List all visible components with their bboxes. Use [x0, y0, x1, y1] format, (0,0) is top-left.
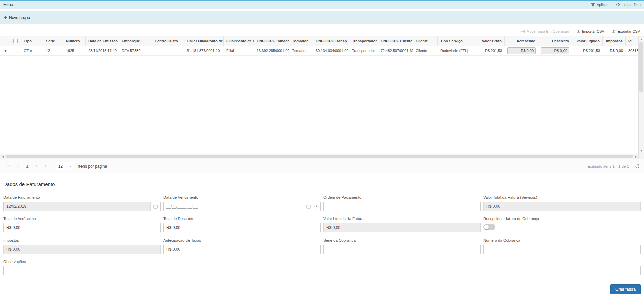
move-to-operation-button[interactable]: Mover para Em Operação [521, 29, 569, 33]
pager-prev-button[interactable] [14, 162, 22, 171]
column-header-label: Filial/Ponto de O... [226, 39, 254, 43]
data-vencimento-label: Data de Vencimento [163, 195, 198, 199]
recepcionar-fatura-label: Recepcionar fatura de Cobrança [483, 217, 539, 221]
column-header-expand [0, 36, 10, 46]
cell-cnpj_cliente: 72.482.507/0001-30 [378, 46, 413, 56]
calendar-icon[interactable] [304, 202, 312, 211]
column-header-tomador[interactable]: Tomador [289, 36, 313, 46]
column-header-label: Tipo Serviço [440, 39, 463, 43]
column-header-tipo[interactable]: Tipo [21, 36, 43, 46]
row-checkbox[interactable] [14, 49, 18, 53]
data-faturamento-input[interactable] [4, 202, 150, 211]
serie-cobranca-label: Série da Cobrança [323, 238, 356, 242]
column-header-cnpj_transp[interactable]: CNPJ/CPF Transp... [313, 36, 349, 46]
column-header-numero[interactable]: Número [63, 36, 86, 46]
scroll-right-icon[interactable] [633, 154, 638, 159]
table-row[interactable]: CT-e12192528/11/2018 17:40DEV.5735961.18… [0, 46, 638, 56]
column-header-id[interactable]: Id [626, 36, 638, 46]
criar-fatura-button[interactable]: Criar fatura [610, 284, 641, 294]
desconto-edit-input[interactable]: R$ 0,00 [541, 47, 569, 54]
cell-acrescimo[interactable]: R$ 0,00 [505, 46, 538, 56]
valor-liquido-fatura-input[interactable] [323, 223, 481, 232]
recepcionar-toggle[interactable] [483, 224, 495, 230]
horizontal-scrollbar[interactable] [0, 154, 638, 159]
acrescimo-edit-input[interactable]: R$ 0,00 [507, 47, 536, 54]
column-header-cnpj_filial[interactable]: CNPJ Filial/Ponto de ... [184, 36, 224, 46]
page-size-select[interactable]: 12 [56, 162, 74, 170]
impostos-input[interactable] [3, 245, 161, 254]
pager-next-button[interactable] [32, 162, 41, 171]
antecipacao-taxas-input[interactable] [163, 245, 321, 254]
column-header-tipo_servico[interactable]: Tipo Serviço [438, 36, 479, 46]
select-all-checkbox[interactable] [13, 39, 18, 43]
column-header-data_emissao[interactable]: Data de Emissão [86, 36, 119, 46]
horizontal-scroll-row [0, 154, 644, 159]
column-header-cliente[interactable]: Cliente [413, 36, 438, 46]
column-header-transportador[interactable]: Transportador [349, 36, 378, 46]
column-header-serie[interactable]: Série [43, 36, 63, 46]
field-impostos: Impostos [3, 238, 161, 254]
import-csv-button[interactable]: Importar CSV [576, 29, 604, 33]
expand-row-button[interactable] [0, 46, 10, 56]
column-header-centro_custo[interactable]: Centro Custo [152, 36, 184, 46]
scroll-down-icon[interactable] [639, 148, 644, 153]
pager-last-button[interactable] [42, 162, 50, 171]
filters-actions: Aplicar Limpar filtro [591, 3, 641, 7]
vertical-scrollbar[interactable] [638, 36, 644, 154]
numero-cobranca-input[interactable] [483, 245, 641, 254]
impostos-label: Impostos [3, 238, 19, 242]
serie-cobranca-input[interactable] [323, 245, 481, 254]
data-faturamento-picker [3, 202, 161, 211]
column-header-label: Cliente [416, 39, 428, 43]
total-acrescimo-input[interactable] [3, 223, 161, 232]
apply-filter-button[interactable]: Aplicar [591, 3, 608, 7]
column-header-cnpj_tomador[interactable]: CNPJ/CPF Tomador [254, 36, 289, 46]
total-desconto-input[interactable] [163, 223, 321, 232]
new-group-label: Novo grupo [9, 15, 30, 20]
eraser-icon [615, 3, 620, 7]
field-antecipacao-taxas: Antecipação de Taxas [163, 238, 321, 254]
column-header-cnpj_cliente[interactable]: CNPJ/CPF Cliente [378, 36, 413, 46]
data-vencimento-input[interactable] [164, 202, 304, 211]
column-header-label: Tipo [24, 39, 32, 43]
cell-desconto[interactable]: R$ 0,00 [538, 46, 572, 56]
column-header-label: Transportador [352, 39, 377, 43]
column-header-label: Embarque [122, 39, 140, 43]
column-header-valor_liquido[interactable]: Valor Líquido [572, 36, 603, 46]
cell-transportador: Transportador [349, 46, 378, 56]
column-header-impostos[interactable]: Impostos [603, 36, 626, 46]
ordem-pagamento-label: Ordem de Pagamento [323, 195, 361, 199]
ordem-pagamento-input[interactable] [323, 202, 481, 211]
total-acrescimo-label: Total de Acréscimo [3, 217, 36, 221]
field-data-vencimento: Data de Vencimento [163, 195, 321, 211]
column-header-acrescimo[interactable]: Acréscimo [505, 36, 538, 46]
column-header-label: CNPJ/CPF Tomador [257, 39, 289, 43]
valor-total-fatura-input[interactable] [483, 202, 641, 211]
cell-select[interactable] [10, 46, 21, 56]
cell-valor_liquido: R$ 201,53 [572, 46, 603, 56]
column-header-label: Desconto [552, 39, 569, 43]
pager-page-1[interactable]: 1 [24, 162, 31, 170]
vertical-scrollbar-thumb[interactable] [639, 42, 643, 92]
refresh-icon[interactable] [635, 164, 640, 169]
cell-data_emissao: 28/11/2018 17:40 [86, 46, 119, 56]
column-header-filial[interactable]: Filial/Ponto de O... [224, 36, 254, 46]
scroll-up-icon[interactable] [639, 37, 644, 42]
clock-icon[interactable] [312, 202, 320, 211]
clear-filter-button[interactable]: Limpar filtro [615, 3, 641, 7]
grid-header-row: TipoSérieNúmeroData de EmissãoEmbarqueCe… [0, 36, 638, 46]
observacoes-input[interactable] [3, 266, 641, 275]
calendar-button[interactable] [150, 202, 160, 211]
column-header-desconto[interactable]: Desconto [538, 36, 572, 46]
field-data-faturamento: Data de Faturamento [3, 195, 161, 211]
horizontal-scrollbar-thumb[interactable] [6, 155, 633, 158]
billing-section-title: Dados de Faturamento [3, 181, 55, 187]
column-header-select[interactable] [10, 36, 21, 46]
column-header-valor_bruto[interactable]: Valor Bruto [479, 36, 505, 46]
export-csv-button[interactable]: Exportar CSV [612, 29, 640, 33]
scroll-left-icon[interactable] [0, 154, 5, 159]
pager-first-button[interactable] [4, 162, 13, 171]
grid-toolbar: Mover para Em Operação Importar CSV Expo… [0, 24, 644, 36]
new-group-button[interactable]: Novo grupo [4, 15, 30, 20]
column-header-embarque[interactable]: Embarque [119, 36, 152, 46]
